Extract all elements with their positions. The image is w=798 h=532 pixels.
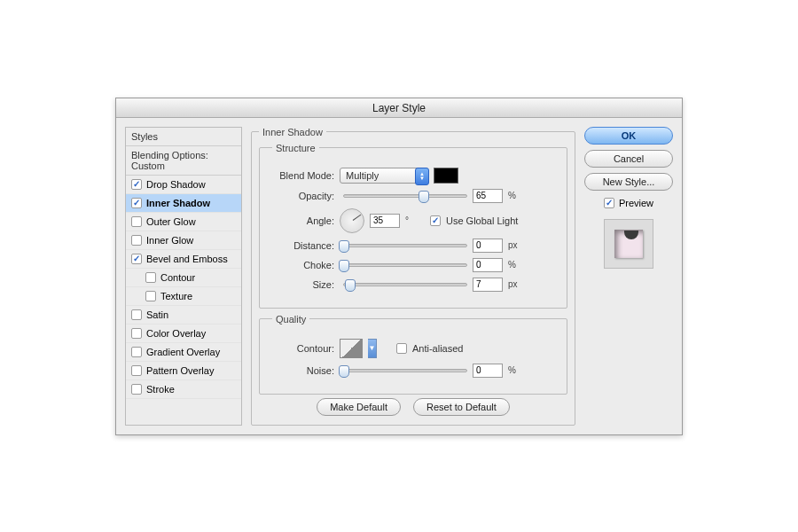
opacity-slider[interactable] [343,194,467,198]
style-item-contour[interactable]: Contour [126,269,241,287]
structure-group: Structure Blend Mode: Multiply ▲▼ Opacit… [259,143,567,309]
choke-unit: % [508,260,524,270]
styles-header[interactable]: Styles [126,128,241,146]
noise-label: Noise: [272,365,334,376]
style-checkbox[interactable] [131,198,142,208]
style-item-gradient-overlay[interactable]: Gradient Overlay [126,343,241,362]
style-label: Stroke [146,384,175,395]
style-item-inner-shadow[interactable]: Inner Shadow [126,194,241,213]
styles-list: Drop ShadowInner ShadowOuter GlowInner G… [126,176,241,399]
style-item-stroke[interactable]: Stroke [126,380,241,399]
slider-thumb-icon[interactable] [339,260,349,272]
style-label: Inner Glow [146,235,193,246]
shadow-color-swatch[interactable] [434,168,458,184]
style-label: Inner Shadow [146,198,210,208]
distance-row: Distance: px [272,239,554,253]
style-checkbox[interactable] [131,384,142,395]
angle-field[interactable] [370,214,400,228]
style-checkbox[interactable] [145,291,156,301]
center-panel: Inner Shadow Structure Blend Mode: Multi… [251,127,575,426]
style-checkbox[interactable] [131,179,142,190]
style-item-texture[interactable]: Texture [126,287,241,306]
make-default-button[interactable]: Make Default [317,398,401,416]
style-checkbox[interactable] [131,235,142,246]
new-style-button[interactable]: New Style... [584,173,673,191]
opacity-row: Opacity: % [272,189,554,203]
global-light-checkbox[interactable] [430,215,441,226]
blending-options-row[interactable]: Blending Options: Custom [126,146,241,176]
antialias-checkbox[interactable] [396,343,407,354]
dropdown-arrows-icon: ▲▼ [415,168,429,185]
style-label: Outer Glow [146,216,196,227]
preview-row: Preview [584,198,673,208]
angle-dial[interactable] [340,208,364,233]
angle-label: Angle: [272,215,334,226]
opacity-field[interactable] [473,189,503,203]
style-item-inner-glow[interactable]: Inner Glow [126,231,241,250]
opacity-unit: % [508,191,524,200]
style-label: Contour [160,272,195,283]
contour-dropdown-icon[interactable]: ▼ [368,339,377,358]
choke-label: Choke: [272,260,334,270]
slider-thumb-icon[interactable] [339,240,349,253]
distance-field[interactable] [473,239,503,253]
style-checkbox[interactable] [131,365,142,376]
contour-swatch[interactable] [340,339,363,358]
distance-label: Distance: [272,240,334,251]
styles-panel: Styles Blending Options: Custom Drop Sha… [125,127,242,426]
style-item-outer-glow[interactable]: Outer Glow [126,213,241,231]
style-checkbox[interactable] [145,272,156,283]
opacity-label: Opacity: [272,191,334,201]
titlebar[interactable]: Layer Style [116,98,682,118]
style-checkbox[interactable] [131,309,142,320]
style-checkbox[interactable] [131,216,142,227]
choke-field[interactable] [473,258,503,272]
quality-group: Quality Contour: ▼ Anti-aliased Noise: % [259,314,567,395]
blend-mode-label: Blend Mode: [272,170,334,181]
style-label: Color Overlay [146,328,206,339]
layer-style-dialog: Layer Style Styles Blending Options: Cus… [115,98,683,435]
size-unit: px [508,279,524,289]
style-checkbox[interactable] [131,347,142,357]
choke-row: Choke: % [272,258,554,272]
ok-button[interactable]: OK [584,127,673,145]
style-label: Bevel and Emboss [146,254,228,264]
dialog-body: Styles Blending Options: Custom Drop Sha… [116,118,682,434]
style-label: Gradient Overlay [146,347,220,357]
noise-slider[interactable] [343,369,467,372]
antialias-label: Anti-aliased [412,343,463,354]
style-item-satin[interactable]: Satin [126,306,241,325]
slider-thumb-icon[interactable] [419,191,429,203]
style-item-bevel-and-emboss[interactable]: Bevel and Emboss [126,250,241,269]
choke-slider[interactable] [343,263,467,267]
distance-unit: px [508,240,524,250]
reset-default-button[interactable]: Reset to Default [413,398,510,416]
center-title: Inner Shadow [259,127,326,137]
structure-legend: Structure [272,143,319,153]
noise-row: Noise: % [272,364,554,378]
inner-shadow-group: Inner Shadow Structure Blend Mode: Multi… [251,127,575,426]
slider-thumb-icon[interactable] [339,365,349,378]
distance-slider[interactable] [343,244,467,247]
style-label: Satin [146,309,168,320]
preview-label: Preview [619,198,653,208]
global-light-label: Use Global Light [446,215,518,226]
style-label: Drop Shadow [146,179,206,190]
style-label: Texture [160,291,192,301]
quality-legend: Quality [272,314,309,325]
style-item-pattern-overlay[interactable]: Pattern Overlay [126,362,241,380]
style-item-color-overlay[interactable]: Color Overlay [126,325,241,343]
preview-inner-icon [614,230,643,258]
noise-field[interactable] [473,364,503,378]
style-checkbox[interactable] [131,328,142,339]
style-item-drop-shadow[interactable]: Drop Shadow [126,176,241,194]
preview-checkbox[interactable] [604,198,614,208]
style-checkbox[interactable] [131,254,142,264]
slider-thumb-icon[interactable] [345,279,356,292]
angle-row: Angle: ° Use Global Light [272,208,554,233]
blend-mode-select[interactable]: Multiply ▲▼ [340,168,428,184]
size-field[interactable] [473,278,503,292]
size-slider[interactable] [343,283,467,286]
cancel-button[interactable]: Cancel [584,150,673,168]
style-label: Pattern Overlay [146,365,214,376]
